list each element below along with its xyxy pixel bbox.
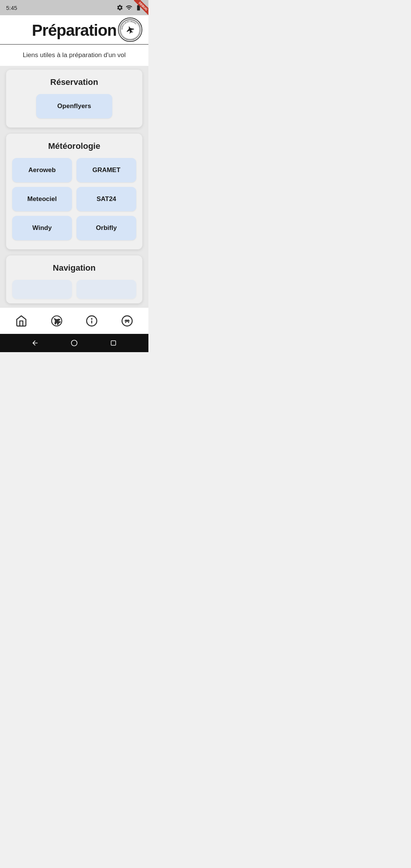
gramet-button[interactable]: GRAMET	[76, 158, 136, 182]
status-time: 5:45	[6, 5, 17, 11]
svg-point-8	[71, 340, 77, 346]
aeroweb-button[interactable]: Aeroweb	[12, 158, 72, 182]
windy-button[interactable]: Windy	[12, 216, 72, 240]
home-hw-icon	[70, 339, 78, 347]
svg-rect-9	[111, 341, 116, 345]
nav-btn-2[interactable]	[76, 280, 136, 299]
meteociel-button[interactable]: Meteociel	[12, 187, 72, 211]
main-content: Réservation Openflyers Météorologie Aero…	[0, 66, 148, 307]
openflyers-button[interactable]: Openflyers	[36, 94, 112, 118]
page-title: Préparation	[32, 21, 116, 40]
status-icons	[116, 4, 142, 11]
flight-icon	[51, 315, 63, 327]
wifi-icon	[126, 4, 132, 11]
nav-links[interactable]	[116, 310, 138, 332]
nav-btn-1[interactable]	[12, 280, 72, 299]
links-icon	[121, 315, 133, 327]
status-bar: 5:45 DEBUG	[0, 0, 148, 15]
section-title-meteorologie: Météorologie	[12, 141, 136, 151]
section-title-navigation: Navigation	[12, 263, 136, 273]
logo-svg: AEROCLUB DE LIMOGES · · ·	[119, 19, 141, 40]
meteorologie-buttons: Aeroweb GRAMET Meteociel SAT24 Windy Orb…	[12, 158, 136, 240]
settings-icon	[116, 4, 123, 11]
android-back[interactable]	[30, 338, 40, 348]
reservation-buttons: Openflyers	[12, 94, 136, 118]
bottom-nav	[0, 307, 148, 334]
subtitle: Liens utiles à la préparation d'un vol	[0, 45, 148, 66]
nav-flight[interactable]	[46, 310, 67, 332]
section-meteorologie: Météorologie Aeroweb GRAMET Meteociel SA…	[6, 134, 142, 249]
sat24-button[interactable]: SAT24	[76, 187, 136, 211]
android-nav	[0, 334, 148, 352]
logo: AEROCLUB DE LIMOGES · · ·	[118, 18, 142, 42]
section-navigation: Navigation	[6, 255, 142, 303]
battery-icon	[135, 4, 142, 11]
orbifly-button[interactable]: Orbifly	[76, 216, 136, 240]
info-icon	[86, 315, 98, 327]
nav-home[interactable]	[11, 310, 32, 332]
back-icon	[31, 339, 39, 347]
header: Préparation AEROCLUB DE LIMOGES · · ·	[0, 15, 148, 45]
nav-info[interactable]	[81, 310, 102, 332]
recents-icon	[110, 340, 117, 346]
section-title-reservation: Réservation	[12, 77, 136, 87]
android-home[interactable]	[70, 338, 79, 348]
android-recents[interactable]	[109, 338, 118, 348]
home-icon	[15, 315, 27, 327]
navigation-buttons	[12, 280, 136, 299]
section-reservation: Réservation Openflyers	[6, 70, 142, 128]
